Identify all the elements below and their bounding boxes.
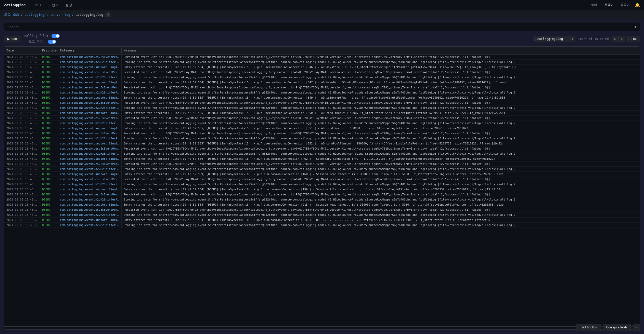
configure-fields-button[interactable]: Configure fields [603,324,631,331]
file-select[interactable]: catlogging.log [534,36,575,42]
cell-message: Persisted event with id: OuQJJYB5kY8C4yr… [122,162,640,166]
bottom-actions: ↓ Tail & follow Configure fields ⤢ [576,324,640,331]
cell-category: com.catlogging.event.h2.H2SnifferPersist… [58,121,122,126]
list-view-button[interactable]: ≡ [619,36,625,42]
table-row[interactable]: 2023-02-06 13:43:25,427 DEBUG com.catlog… [4,105,640,111]
cell-message: Entry matches the interest: {Line:[19:42… [122,95,640,100]
horizontal-scrollbar[interactable] [4,326,640,329]
col-date: Date [4,48,40,53]
table-row[interactable]: 2023-02-06 13:43:25,405 DEBUG com.catlog… [4,90,640,95]
table-row[interactable]: 2023-02-06 13:43:25,479 DEBUG com.catlog… [4,182,640,187]
table-row[interactable]: 2023-02-06 13:43:25,469 DEBUG com.catlog… [4,167,640,172]
notification-icon[interactable]: 🔔 [635,3,640,7]
table-row[interactable]: 2023-02-06 13:43:25,382 DEBUG com.catlog… [4,55,640,60]
table-row[interactable]: 2023-02-06 13:43:25,500 DEBUG com.catlog… [4,212,640,218]
table-row[interactable]: 2023-02-06 13:43:25,468 DEBUG com.catlog… [4,162,640,167]
cell-message: Storing inc data for sniffer=com.catlogg… [122,151,640,156]
cell-message: Persisted event with id: P-QJJYB5kY8C4yr… [122,100,640,105]
tail-button[interactable]: ↓ Tail [627,36,640,42]
table-row[interactable]: 2023-02-06 13:43:25,405 DEBUG com.catlog… [4,85,640,90]
cell-date: 2023-02-06 13:43:25,382 [4,55,40,59]
nav-item-settings[interactable]: 설정 [62,1,75,9]
table-row[interactable]: 2023-02-06 13:43:25,458 DEBUG com.catlog… [4,151,640,156]
cell-date: 2023-02-06 13:43:25,469 [4,172,40,177]
breadcrumb: 로그 소스 / catlogging's server log / catlog… [0,10,644,19]
table-row[interactable]: 2023-02-06 13:43:25,501 DEBUG com.catlog… [4,218,640,223]
table-row[interactable]: 2023-02-06 13:43:25,405 DEBUG com.catlog… [4,80,640,85]
cell-category: com.catlogging.event.h2.H2SnifferPersist… [58,90,122,95]
wrap-toggle-button[interactable]: ⇔ [612,36,619,42]
cell-priority: DEBUG [40,111,58,115]
table-row[interactable]: 2023-02-06 13:43:25,458 DEBUG com.catlog… [4,141,640,146]
table-row[interactable]: 2023-02-06 13:43:25,438 DEBUG com.catlog… [4,121,640,126]
app-brand: catlogging [4,3,25,7]
cell-message: Entry matches the interest: {Line:[19:42… [122,65,640,70]
table-row[interactable]: 2023-02-06 13:43:25,427 DEBUG com.catlog… [4,111,640,116]
icon-btn-group: ⇔ ≡ [612,36,625,42]
nav-item-log[interactable]: 로그 [32,1,44,9]
table-row[interactable]: 2023-02-06 13:43:25,469 DEBUG com.catlog… [4,172,640,177]
lang-zh[interactable]: 중국어 [619,2,632,8]
cell-priority: DEBUG [40,207,58,212]
cell-category: com.catlogging.event.es.EsEventPersisten… [58,55,122,59]
table-row[interactable]: 2023-02-06 13:43:25,437 DEBUG com.catlog… [4,116,640,121]
table-row[interactable]: 2023-02-06 13:43:25,490 DEBUG com.catlog… [4,202,640,207]
cell-priority: DEBUG [40,80,58,85]
cell-category: com.catlogging.event.h2.H2SnifferPersist… [58,105,122,110]
table-row[interactable]: 2023-02-06 13:43:25,383 DEBUG com.catlog… [4,60,640,65]
location-toggle[interactable] [48,40,56,44]
log-table-body[interactable]: 2023-02-06 13:43:25,382 DEBUG com.catlog… [4,55,640,326]
log-table-header: Date Priority Category Message [4,47,640,55]
location-row: 로그 위치: [24,39,530,44]
cell-priority: DEBUG [40,60,58,64]
table-row[interactable]: 2023-02-06 13:43:25,468 DEBUG com.catlog… [4,156,640,162]
breadcrumb-config-button[interactable]: ⚙ [105,12,111,17]
cell-category: com.catlogging.event.es.EsEventPersisten… [58,100,122,105]
table-row[interactable]: 2023-02-06 13:43:25,394 DEBUG com.catlog… [4,70,640,75]
cell-category: com.catlogging.event.h2.H2SnifferPersist… [58,212,122,217]
lang-en[interactable]: 영어 [589,2,599,8]
breadcrumb-source[interactable]: 로그 소스 [4,12,19,17]
table-row[interactable]: 2023-02-06 13:43:25,448 DEBUG com.catlog… [4,131,640,136]
cell-priority: DEBUG [40,126,58,131]
nav-item-event[interactable]: 이벤트 [45,1,61,9]
tail-follow-button[interactable]: ↓ Tail & follow [576,324,601,331]
cell-priority: DEBUG [40,146,58,151]
cell-category: com.catlogging.event.h2.H2SnifferPersist… [58,197,122,202]
table-row[interactable]: 2023-02-06 13:43:25,500 DEBUG com.catlog… [4,207,640,212]
table-row[interactable]: 2023-02-06 13:43:25,458 DEBUG com.catlog… [4,146,640,151]
table-row[interactable]: 2023-02-06 13:43:25,448 DEBUG com.catlog… [4,136,640,141]
table-row[interactable]: 2023-02-06 13:43:25,394 DEBUG com.catlog… [4,65,640,70]
table-row[interactable]: 2023-02-06 13:43:25,394 DEBUG com.catlog… [4,75,640,80]
cell-message: Persisted event with id: R0QJJYB5kY8C4yr… [122,192,640,197]
cell-date: 2023-02-06 13:43:25,490 [4,202,40,207]
cell-date: 2023-02-06 13:43:25,511 [4,223,40,228]
cell-priority: DEBUG [40,75,58,80]
cell-priority: DEBUG [40,187,58,192]
cell-priority: DEBUG [40,136,58,141]
table-row[interactable]: 2023-02-06 13:43:25,479 DEBUG com.catlog… [4,177,640,182]
table-row[interactable]: 2023-02-06 13:43:25,490 DEBUG com.catlog… [4,197,640,202]
search-input[interactable] [7,25,635,29]
start-button[interactable]: ▶ Start [4,36,20,42]
table-row[interactable]: 2023-02-06 13:43:25,490 DEBUG com.catlog… [4,192,640,197]
lang-ko[interactable]: 한국어 [602,2,615,8]
cell-priority: DEBUG [40,95,58,100]
table-row[interactable]: 2023-02-06 13:43:25,480 DEBUG com.catlog… [4,187,640,192]
cell-date: 2023-02-06 13:43:25,416 [4,95,40,100]
table-row[interactable]: 2023-02-06 13:43:25,416 DEBUG com.catlog… [4,100,640,105]
cell-date: 2023-02-06 13:43:25,405 [4,90,40,95]
cell-message: Storing inc data for sniffer=com.catlogg… [122,136,640,141]
expand-button[interactable]: ⤢ [633,324,640,331]
main-container: ▼ ▶ Start Rolling file: 로그 위치: catloggin… [0,19,644,333]
log-table-container: Date Priority Category Message 2023-02-0… [4,46,640,330]
rolling-file-toggle[interactable] [51,34,60,38]
cell-category: com.catlogging.event.h2.H2SnifferPersist… [58,182,122,187]
table-row[interactable]: 2023-02-06 13:43:25,448 DEBUG com.catlog… [4,126,640,131]
table-row[interactable]: 2023-02-06 13:43:25,416 DEBUG com.catlog… [4,95,640,100]
breadcrumb-server[interactable]: catlogging's server log [24,13,70,17]
cell-category: com.catlogging.event.es.EsEventPersisten… [58,192,122,197]
table-row[interactable]: 2023-02-06 13:43:25,511 DEBUG com.catlog… [4,223,640,228]
search-dropdown-icon[interactable]: ▼ [635,25,637,29]
cell-priority: DEBUG [40,85,58,90]
